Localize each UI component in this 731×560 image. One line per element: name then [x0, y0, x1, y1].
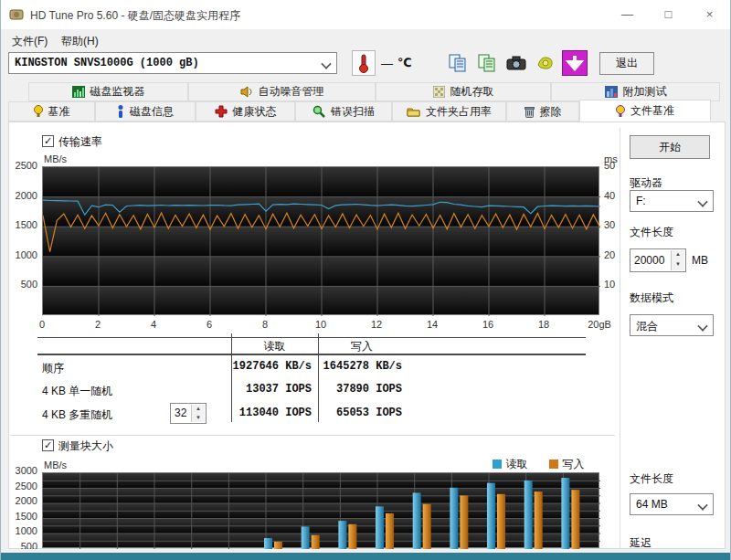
tab-file-benchmark[interactable]: 文件基准	[579, 100, 711, 122]
axis-tick: 500	[5, 279, 37, 290]
block-size-chart	[42, 472, 599, 548]
axis-tick: 40	[604, 190, 631, 201]
health-cross-icon	[215, 105, 228, 118]
title-bar: HD Tune Pro 5.60 - 硬盘/固态硬盘实用程序 — □ ×	[1, 0, 730, 29]
spin-up-icon[interactable]: ▲	[192, 405, 205, 414]
tab-extra-tests[interactable]: 附加测试	[551, 82, 720, 101]
block-size-checkbox[interactable]: ✓	[42, 439, 54, 451]
tab-disk-monitor[interactable]: 磁盘监视器	[28, 82, 188, 101]
chevron-down-icon	[321, 58, 331, 69]
menu-help[interactable]: 帮助(H)	[58, 32, 102, 51]
disk-monitor-icon	[72, 86, 85, 98]
transfer-rate-checkbox[interactable]: ✓	[42, 135, 54, 147]
tab-label: 磁盘信息	[130, 104, 174, 120]
axis-tick: 1500	[5, 511, 37, 522]
write-legend-label: 写入	[562, 458, 584, 470]
spinner-arrows[interactable]: ▲▼	[191, 405, 205, 422]
write-legend-swatch	[549, 460, 558, 469]
table-header-write: 写入	[318, 339, 406, 354]
file-length-unit: MB	[692, 254, 708, 267]
axis-tick: 14	[414, 319, 450, 330]
tab-label: 文件基准	[630, 103, 674, 119]
drive-dropdown[interactable]: F:	[630, 190, 714, 212]
file-length-value: 20000	[634, 254, 664, 267]
y-axis-unit-bottom: MB/s	[44, 460, 67, 470]
menu-file[interactable]: 文件(F)	[8, 32, 51, 51]
4k-multi-write-value: 65053 IOPS	[318, 407, 402, 419]
transfer-rate-chart	[42, 166, 599, 315]
legend-read: 读取	[493, 456, 527, 473]
camera-icon	[505, 52, 527, 74]
tab-benchmark[interactable]: 基准	[8, 101, 95, 122]
start-button[interactable]: 开始	[630, 135, 710, 159]
section-separator	[10, 435, 615, 436]
axis-tick: 2000	[5, 190, 37, 201]
drive-label: 驱动器	[630, 175, 662, 191]
download-button[interactable]	[562, 50, 588, 76]
block-chart-axis: 30002500200015001000500	[1, 466, 47, 549]
axis-tick: 1000	[5, 525, 37, 536]
axis-tick: 10	[302, 319, 339, 330]
axis-tick: 2000	[5, 495, 37, 506]
random-access-icon	[433, 86, 445, 98]
tab-folder-usage[interactable]: 文件夹占用率	[392, 101, 506, 122]
axis-tick: 8	[247, 319, 283, 330]
queue-depth-value: 32	[175, 407, 186, 419]
magnifier-icon	[313, 105, 325, 118]
close-button[interactable]: ×	[689, 0, 730, 29]
bulb-icon	[34, 105, 43, 118]
tab-health-status[interactable]: 健康状态	[196, 101, 295, 122]
tab-random-access[interactable]: 随机存取	[376, 82, 551, 101]
chevron-down-icon	[697, 500, 707, 510]
axis-tick: 18	[525, 319, 562, 330]
spinner-arrows[interactable]: ▲▼	[671, 250, 684, 270]
drive-combobox[interactable]: KINGSTON SNVS1000G (1000 gB)	[8, 52, 337, 74]
tab-label: 擦除	[540, 104, 562, 120]
4k-multi-read-value: 113040 IOPS	[231, 407, 312, 419]
axis-tick: 50	[604, 160, 631, 171]
tab-disk-info[interactable]: 磁盘信息	[95, 101, 196, 122]
axis-tick: 16	[470, 319, 506, 330]
tab-label: 随机存取	[450, 84, 494, 100]
info-icon	[117, 105, 124, 118]
axis-tick: 4	[135, 319, 172, 330]
maximize-button[interactable]: □	[648, 0, 689, 29]
file-length-spinner[interactable]: 20000 ▲▼	[630, 248, 686, 272]
tab-label: 磁盘监视器	[90, 84, 145, 100]
axis-tick: 20	[604, 249, 631, 260]
axis-tick: 1500	[5, 219, 37, 230]
copy-text-button[interactable]	[474, 51, 500, 75]
exit-button[interactable]: 退出	[599, 52, 654, 75]
block-file-length-value: 64 MB	[636, 498, 668, 511]
file-benchmark-icon	[616, 105, 625, 118]
spin-down-icon[interactable]: ▼	[192, 414, 205, 423]
extra-tests-icon	[605, 86, 618, 98]
data-mode-dropdown[interactable]: 混合	[630, 314, 714, 336]
axis-tick: 6	[191, 319, 228, 330]
window-title: HD Tune Pro 5.60 - 硬盘/固态硬盘实用程序	[30, 8, 240, 24]
screenshot-button[interactable]	[503, 51, 529, 75]
minimize-button[interactable]: —	[607, 0, 648, 29]
transfer-rate-label: 传输速率	[58, 134, 102, 150]
tab-error-scan[interactable]: 错误扫描	[295, 101, 392, 122]
axis-tick: 500	[5, 541, 37, 550]
trash-icon	[524, 106, 535, 118]
temperature-button[interactable]	[352, 50, 376, 76]
spin-up-icon[interactable]: ▲	[672, 250, 684, 260]
table-row-label: 4 KB 多重随机	[42, 407, 112, 423]
save-button[interactable]	[533, 51, 558, 75]
block-file-length-dropdown[interactable]: 64 MB	[630, 493, 714, 515]
spin-down-icon[interactable]: ▼	[672, 260, 684, 270]
file-length-label: 文件长度	[630, 225, 673, 240]
copy-screenshot-button[interactable]	[445, 51, 471, 75]
axis-tick: 0	[24, 319, 60, 330]
folder-icon	[407, 106, 420, 117]
tab-erase[interactable]: 擦除	[506, 101, 579, 122]
table-row-label: 顺序	[42, 361, 64, 376]
tab-label: 文件夹占用率	[426, 104, 492, 120]
window-bottom-strip	[1, 553, 731, 560]
temperature-unit: ℃	[397, 56, 412, 69]
tab-noise-management[interactable]: 自动噪音管理	[188, 82, 376, 101]
axis-tick: 1000	[5, 249, 37, 260]
queue-depth-spinner[interactable]: 32 ▲▼	[170, 403, 207, 424]
